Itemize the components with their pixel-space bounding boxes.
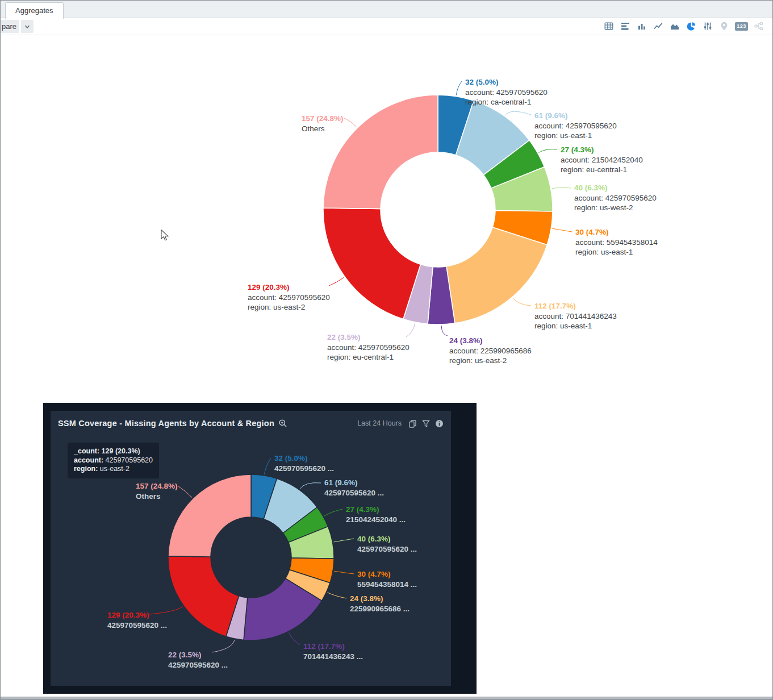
filter-icon[interactable] xyxy=(422,419,430,428)
slice-label-30: 30 (4.7%)559454358014 ... xyxy=(357,569,417,590)
view-switcher: 123 xyxy=(603,20,764,32)
label-leader-line xyxy=(289,632,300,645)
label-leader-line xyxy=(334,571,354,574)
donut-slice-129[interactable] xyxy=(168,556,239,636)
label-leader-line xyxy=(334,539,354,542)
slice-label-157: 157 (24.8%)Others xyxy=(136,481,178,502)
scrollbar-track[interactable] xyxy=(1,697,772,699)
donut-slice-112[interactable] xyxy=(446,227,547,323)
slice-label-27: 27 (4.3%)account: 215042452040region: eu… xyxy=(561,145,643,175)
slice-label-112: 112 (17.7%)account: 701441436243region: … xyxy=(534,301,617,331)
slice-label-32: 32 (5.0%)425970595620 ... xyxy=(274,453,334,474)
label-leader-line xyxy=(344,118,357,127)
slice-label-61: 61 (9.6%)425970595620 ... xyxy=(324,478,384,498)
label-leader-line xyxy=(329,277,344,286)
tooltip-count-row: _count: 129 (20.3%) xyxy=(74,447,153,456)
slice-label-157: 157 (24.8%)Others xyxy=(302,114,344,134)
slice-label-30: 30 (4.7%)account: 559454358014region: us… xyxy=(575,227,658,257)
slice-label-27: 27 (4.3%)215042452040 ... xyxy=(346,505,406,525)
compare-button[interactable]: pare xyxy=(1,20,19,33)
slice-label-40: 40 (6.3%)425970595620 ... xyxy=(357,534,417,555)
label-leader-line xyxy=(513,298,531,306)
label-leader-line xyxy=(505,111,531,115)
hierarchy-icon[interactable] xyxy=(753,20,764,32)
sliders-icon[interactable] xyxy=(702,20,713,32)
pie-chart-icon[interactable] xyxy=(686,20,697,32)
tab-bar: Aggregates xyxy=(1,1,772,18)
table-view-icon[interactable] xyxy=(603,20,615,32)
slice-label-22: 22 (3.5%)account: 425970595620region: eu… xyxy=(327,332,410,363)
map-pin-icon[interactable] xyxy=(718,20,730,32)
row-chart-icon[interactable] xyxy=(620,20,631,32)
line-chart-icon[interactable] xyxy=(653,20,664,32)
info-icon[interactable] xyxy=(435,419,444,428)
slice-label-112: 112 (17.7%)701441436243 ... xyxy=(303,641,363,662)
slice-label-24: 24 (3.8%)225990965686 ... xyxy=(350,594,410,614)
label-leader-line xyxy=(264,458,271,474)
tooltip-account-row: account: 425970595620 xyxy=(74,456,153,465)
copy-icon[interactable] xyxy=(408,419,417,428)
slice-label-129: 129 (20.3%)account: 425970595620region: … xyxy=(248,282,330,312)
donut-slice-157[interactable] xyxy=(168,474,251,557)
slice-label-32: 32 (5.0%)account: 425970595620region: ca… xyxy=(465,77,548,107)
time-range-label[interactable]: Last 24 Hours xyxy=(357,419,402,427)
label-leader-line xyxy=(539,149,558,152)
bar-chart-icon[interactable] xyxy=(636,20,647,32)
chevron-down-icon[interactable] xyxy=(21,20,34,33)
numeric-view-icon[interactable]: 123 xyxy=(735,22,748,31)
label-leader-line xyxy=(441,326,448,336)
slice-label-129: 129 (20.3%)425970595620 ... xyxy=(107,610,167,631)
tooltip-region-row: region: us-east-2 xyxy=(74,465,153,474)
label-leader-line xyxy=(552,228,572,232)
panel-header: SSM Coverage - Missing Agents by Account… xyxy=(51,411,451,436)
area-chart-icon[interactable] xyxy=(669,20,680,32)
toolbar: pare xyxy=(1,18,772,35)
label-leader-line xyxy=(300,483,321,489)
slice-label-24: 24 (3.8%)account: 225990965686region: us… xyxy=(449,336,532,366)
slice-label-22: 22 (3.5%)425970595620 ... xyxy=(168,650,228,670)
app-window: Aggregates pare xyxy=(0,0,773,700)
label-leader-line xyxy=(178,486,192,498)
slice-label-40: 40 (6.3%)account: 425970595620region: us… xyxy=(574,183,657,213)
panel-title: SSM Coverage - Missing Agents by Account… xyxy=(58,419,274,428)
donut-slice-129[interactable] xyxy=(323,208,420,319)
zoom-icon[interactable] xyxy=(278,419,287,428)
label-leader-line xyxy=(328,593,347,598)
label-leader-line xyxy=(552,188,571,189)
chart-tooltip: _count: 129 (20.3%) account: 42597059562… xyxy=(68,443,159,478)
label-leader-line xyxy=(456,81,462,95)
label-leader-line xyxy=(324,509,342,516)
slice-label-61: 61 (9.6%)account: 425970595620region: us… xyxy=(534,111,617,141)
donut-slice-157[interactable] xyxy=(323,95,438,209)
tab-aggregates[interactable]: Aggregates xyxy=(5,2,64,19)
mouse-cursor-icon xyxy=(161,230,170,241)
